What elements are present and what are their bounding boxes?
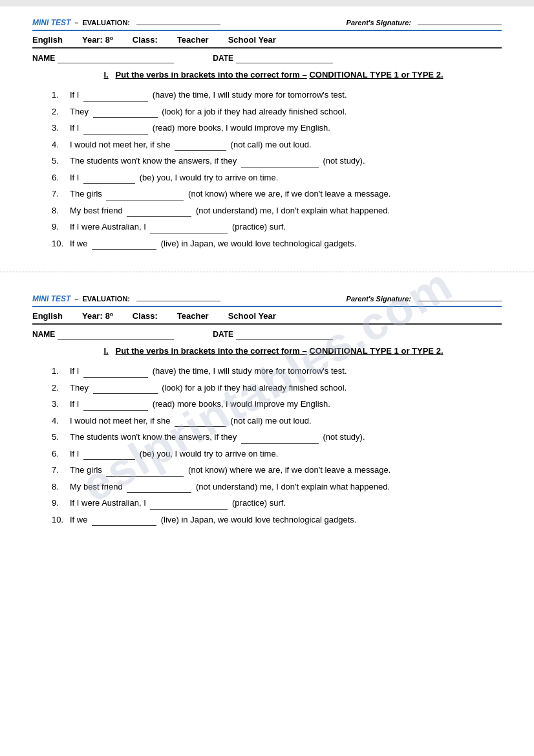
- instruction-text2-2: .: [441, 346, 443, 356]
- ex-1-10-text: If we (live) in Japan, we would love tec…: [70, 237, 356, 250]
- date-underline-2[interactable]: [236, 330, 333, 340]
- ex-1-6-text: If I (be) you, I would try to arrive on …: [70, 171, 278, 184]
- date-label-1: DATE: [213, 54, 233, 63]
- blank-2-6[interactable]: [83, 459, 135, 460]
- blank-2-8[interactable]: [127, 492, 191, 493]
- exercise-2-7: 7. The girls (not know) where we are, if…: [52, 464, 502, 477]
- blank-2-2[interactable]: [93, 393, 158, 394]
- num-1-3: 3.: [52, 122, 70, 135]
- ex-2-4-text: I would not meet her, if she (not call) …: [70, 415, 312, 427]
- ex-1-2-text: They (look) for a job if they had alread…: [70, 105, 347, 118]
- teacher-label-2: Teacher: [177, 311, 209, 321]
- blank-1-5[interactable]: [241, 167, 319, 167]
- exercise-1-1: 1. If I (have) the time, I will study mo…: [52, 89, 502, 102]
- exercise-2-3: 3. If I (read) more books, I would impro…: [52, 398, 502, 411]
- info-row-1: English Year: 8º Class: Teacher School Y…: [32, 35, 502, 49]
- ex-2-3-text: If I (read) more books, I would improve …: [70, 398, 330, 411]
- num-1-10: 10.: [52, 237, 70, 250]
- name-field-2: NAME: [32, 330, 174, 340]
- exercise-1-7: 7. The girls (not know) where we are, if…: [52, 188, 502, 200]
- name-field-1: NAME: [32, 54, 174, 63]
- blank-1-4[interactable]: [175, 150, 226, 151]
- blank-2-9[interactable]: [150, 509, 228, 510]
- ex-1-4-text: I would not meet her, if she (not call) …: [70, 138, 312, 151]
- exercise-1-8: 8. My best friend (not understand) me, I…: [52, 204, 502, 217]
- blank-1-2[interactable]: [93, 117, 158, 118]
- name-underline-2[interactable]: [58, 330, 174, 340]
- divider: [0, 272, 534, 272]
- blank-1-6[interactable]: [83, 183, 135, 184]
- ex-2-5-text: The students won't know the answers, if …: [70, 431, 365, 444]
- eval-line-2: [136, 301, 220, 301]
- ex-2-7-text: The girls (not know) where we are, if we…: [70, 464, 390, 477]
- name-underline-1[interactable]: [58, 54, 174, 63]
- year-label-1: Year:: [82, 35, 103, 45]
- section-1: MINI TEST – EVALUATION: Parent's Signatu…: [0, 6, 534, 260]
- num-2-1: 1.: [52, 365, 70, 378]
- ex-2-6-text: If I (be) you, I would try to arrive on …: [70, 448, 278, 460]
- num-2-2: 2.: [52, 382, 70, 394]
- blank-1-9[interactable]: [150, 233, 228, 233]
- english-label-1: English: [32, 35, 63, 45]
- school-year-label-2: School Year: [228, 311, 276, 321]
- date-label-2: DATE: [213, 330, 233, 339]
- blank-1-10[interactable]: [92, 249, 156, 250]
- header-row-2: MINI TEST – EVALUATION: Parent's Signatu…: [32, 294, 502, 303]
- num-1-4: 4.: [52, 138, 70, 151]
- section-2: MINI TEST – EVALUATION: Parent's Signatu…: [0, 283, 534, 536]
- blank-2-3[interactable]: [83, 410, 148, 411]
- num-1-9: 9.: [52, 221, 70, 233]
- ex-2-2-text: They (look) for a job if they had alread…: [70, 382, 347, 394]
- blank-2-10[interactable]: [92, 525, 156, 526]
- num-2-7: 7.: [52, 464, 70, 477]
- blank-2-4[interactable]: [175, 426, 226, 427]
- num-2-5: 5.: [52, 431, 70, 444]
- mini-test-label-2: MINI TEST: [32, 294, 70, 303]
- blank-2-1[interactable]: [83, 377, 148, 378]
- date-underline-1[interactable]: [236, 54, 333, 63]
- school-year-label-1: School Year: [228, 35, 276, 45]
- num-2-8: 8.: [52, 481, 70, 493]
- name-date-row-2: NAME DATE: [32, 330, 502, 340]
- ex-1-5-text: The students won't know the answers, if …: [70, 155, 365, 167]
- num-1-5: 5.: [52, 155, 70, 167]
- year-item-1: Year: 8º: [82, 35, 113, 45]
- class-item-1: Class:: [133, 35, 158, 45]
- num-1-2: 2.: [52, 105, 70, 118]
- blank-1-1[interactable]: [83, 101, 148, 102]
- mini-test-label-1: MINI TEST: [32, 18, 70, 27]
- parent-sig-label-1: Parent's Signature:: [347, 19, 411, 27]
- blank-2-7[interactable]: [106, 476, 184, 477]
- num-1-8: 8.: [52, 204, 70, 217]
- exercise-2-10: 10. If we (live) in Japan, we would love…: [52, 513, 502, 526]
- blank-1-3[interactable]: [83, 134, 148, 135]
- instruction-underline-1: CONDITIONAL TYPE 1 or TYPE 2: [309, 70, 440, 80]
- exercise-1-4: 4. I would not meet her, if she (not cal…: [52, 138, 502, 151]
- year-item-2: Year: 8º: [82, 311, 113, 321]
- blank-2-5[interactable]: [241, 443, 319, 444]
- exercise-2-1: 1. If I (have) the time, I will study mo…: [52, 365, 502, 378]
- blank-1-8[interactable]: [127, 216, 191, 217]
- exercise-2-8: 8. My best friend (not understand) me, I…: [52, 481, 502, 493]
- teacher-label-1: Teacher: [177, 35, 209, 45]
- ex-1-7-text: The girls (not know) where we are, if we…: [70, 188, 390, 200]
- num-2-10: 10.: [52, 513, 70, 526]
- instruction-1: I. Put the verbs in brackets into the co…: [45, 70, 502, 80]
- exercise-2-5: 5. The students won't know the answers, …: [52, 431, 502, 444]
- instruction-underline-2: CONDITIONAL TYPE 1 or TYPE 2: [309, 346, 440, 356]
- exercise-1-6: 6. If I (be) you, I would try to arrive …: [52, 171, 502, 184]
- english-label-2: English: [32, 311, 63, 321]
- instruction-text1-1: Put the verbs in brackets into the corre…: [116, 70, 307, 80]
- exercise-2-6: 6. If I (be) you, I would try to arrive …: [52, 448, 502, 460]
- exercise-1-5: 5. The students won't know the answers, …: [52, 155, 502, 167]
- exercises-1: 1. If I (have) the time, I will study mo…: [32, 89, 502, 250]
- num-2-6: 6.: [52, 448, 70, 460]
- sig-line-1: [418, 25, 502, 25]
- exercise-1-9: 9. If I were Australian, I (practice) su…: [52, 221, 502, 233]
- ex-2-10-text: If we (live) in Japan, we would love tec…: [70, 513, 356, 526]
- num-2-4: 4.: [52, 415, 70, 427]
- ex-1-9-text: If I were Australian, I (practice) surf.: [70, 221, 286, 233]
- blank-1-7[interactable]: [106, 200, 184, 200]
- info-row-2: English Year: 8º Class: Teacher School Y…: [32, 311, 502, 325]
- ex-1-8-text: My best friend (not understand) me, I do…: [70, 204, 390, 217]
